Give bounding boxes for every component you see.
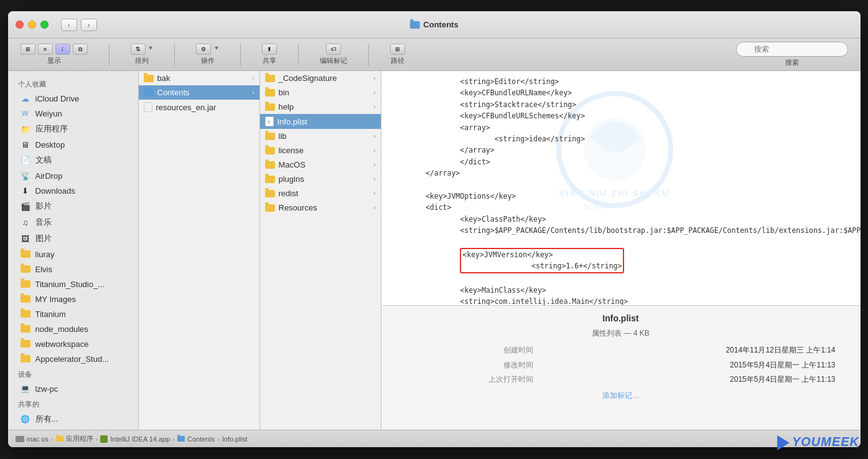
forward-button[interactable]: › [81,19,97,31]
main-content: 个人收藏 ☁ iCloud Drive W Weiyun 📁 应用程序 🖥 De… [8,71,861,430]
editmark-button[interactable]: 🏷 [326,44,341,55]
column-view-button[interactable]: ⫶ [55,44,70,55]
opened-value: 2015年5月4日星期一 上午11:13 [538,373,839,387]
col2-plugins[interactable]: plugins › [260,172,381,186]
separator-4 [298,44,299,66]
created-value: 2014年11月12日星期三 上午1:14 [538,344,839,357]
search-input[interactable] [736,42,848,57]
plugins-chevron: › [373,176,375,182]
sidebar-item-downloads[interactable]: ⬇ Downloads [11,183,136,198]
search-wrapper: 🔍 搜索 [736,42,848,67]
airdrop-icon: 📡 [21,171,30,181]
personal-section-label: 个人收藏 [8,76,138,91]
modified-value: 2015年5月4日星期一 上午11:13 [538,359,839,372]
sidebar-item-titanium[interactable]: Titanium [11,306,136,321]
elvis-folder-icon [21,264,30,274]
license-icon [265,147,275,154]
close-button[interactable] [16,21,24,29]
bc-macos[interactable]: mac os [27,435,49,443]
weiyun-label: Weiyun [35,109,62,118]
col2-lib[interactable]: lib › [260,129,381,143]
code-viewer[interactable]: <string>Editor</string> <key>CFBundleURL… [381,71,861,305]
info-meta-label: 属性列表 — 4 KB [592,328,650,339]
sort-button[interactable]: ⇅ [131,44,146,55]
sidebar-item-my-images[interactable]: MY Images [11,291,136,306]
my-images-icon [21,294,30,304]
desktop-label: Desktop [35,140,65,149]
airdrop-label: AirDrop [35,171,63,181]
icon-view-button[interactable]: ⊞ [21,44,35,55]
sidebar-item-movies[interactable]: 🎬 影片 [11,198,136,214]
search-label: 搜索 [785,58,799,67]
back-button[interactable]: ‹ [61,19,77,31]
sidebar-item-appcelerator[interactable]: Appcelerator_Stud... [11,351,136,366]
sort-label: 排列 [135,56,149,65]
bc-infoplist[interactable]: Info.plist [222,435,248,443]
col2-bin[interactable]: bin › [260,85,381,100]
col2-resources[interactable]: Resources › [260,201,381,215]
redist-icon [265,190,275,197]
contents-label: Contents [157,88,190,97]
window-title-area: Contents [409,20,458,29]
sidebar-item-weiyun[interactable]: W Weiyun [11,106,136,121]
sidebar-item-node-modules[interactable]: node_modules [11,321,136,336]
column-1: bak › Contents › resources_en.jar [139,71,260,430]
sidebar-item-apps[interactable]: 📁 应用程序 [11,121,136,137]
hdd-icon [16,436,24,442]
path-label: 路径 [391,56,404,65]
sidebar-item-webworkspace[interactable]: webworkspace [11,336,136,351]
codesig-chevron: › [373,75,375,82]
action-button[interactable]: ⚙ [196,44,211,55]
separator-3 [240,44,241,66]
webworkspace-icon [21,339,30,349]
col2-info-plist[interactable]: ▤ Info.plist [260,114,381,129]
sidebar-item-music[interactable]: ♫ 音乐 [11,214,136,230]
editmark-label: 编辑标记 [320,56,347,65]
sidebar-item-elvis[interactable]: Elvis [11,262,136,277]
col1-bak[interactable]: bak › [139,71,259,85]
bc-intellij[interactable]: IntelliJ IDEA 14.app [110,435,170,443]
lib-label: lib [279,131,287,141]
sidebar-item-all[interactable]: 🌐 所有... [11,411,136,427]
sidebar-item-pictures[interactable]: 🖼 图片 [11,230,136,247]
sidebar-item-desktop[interactable]: 🖥 Desktop [11,137,136,152]
separator-5 [368,44,369,66]
path-button[interactable]: ⊞ [390,44,405,55]
nav-buttons: ‹ › [61,19,97,31]
bc-contents[interactable]: Contents [187,435,215,443]
col2-redist[interactable]: redist › [260,186,381,201]
help-icon [265,103,275,111]
sidebar-item-airdrop[interactable]: 📡 AirDrop [11,168,136,183]
col1-contents[interactable]: Contents › [139,85,259,100]
bin-label: bin [279,88,289,97]
license-label: license [279,146,304,155]
sep1: › [51,435,54,443]
resources-label: Resources [279,203,317,212]
sep3: › [172,435,175,443]
col2-codesignature[interactable]: _CodeSignature › [260,71,381,85]
sidebar-item-docs[interactable]: 📄 文稿 [11,152,136,168]
bc-apps[interactable]: 应用程序 [66,434,93,443]
sort-group: ⇅ ▼ 排列 [131,44,154,65]
sidebar-item-titanium-studio[interactable]: Titanium_Studio_... [11,277,136,291]
coverflow-view-button[interactable]: ⧉ [73,44,88,55]
sidebar-item-icloud[interactable]: ☁ iCloud Drive [11,91,136,106]
plist-icon: ▤ [265,116,274,126]
created-label: 创建时间 [403,344,537,357]
sidebar-item-liuray[interactable]: liuray [11,247,136,262]
minimize-button[interactable] [28,21,36,29]
bak-label: bak [157,73,170,83]
col2-help[interactable]: help › [260,100,381,114]
share-button[interactable]: ⬆ [262,44,277,55]
info-plist-label: Info.plist [278,117,307,126]
downloads-icon: ⬇ [21,186,30,196]
maximize-button[interactable] [40,21,49,29]
list-view-button[interactable]: ≡ [38,44,53,55]
col2-macos[interactable]: MacOS › [260,158,381,172]
youmeek-arrow-icon [777,435,790,450]
col2-license[interactable]: license › [260,143,381,158]
col1-resources-jar[interactable]: resources_en.jar [139,100,259,115]
sidebar-item-lzw-pc[interactable]: 💻 lzw-pc [11,381,136,396]
add-tag-link[interactable]: 添加标记... [602,390,638,401]
action-label: 操作 [201,56,215,65]
